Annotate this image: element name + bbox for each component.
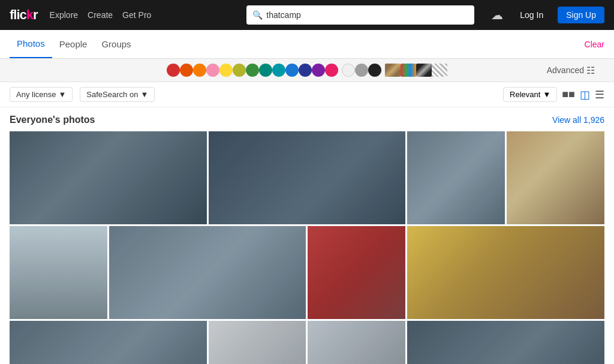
color-navy[interactable] <box>299 64 312 77</box>
photo-item[interactable] <box>308 321 405 364</box>
photo-item[interactable] <box>10 131 207 224</box>
flickr-logo: flickr <box>10 7 38 23</box>
color-pink[interactable] <box>206 64 219 77</box>
color-purple[interactable] <box>312 64 325 77</box>
photo-item[interactable] <box>10 226 107 319</box>
safesearch-label: SafeSearch on <box>86 90 138 99</box>
relevance-filter[interactable]: Relevant ▼ <box>503 87 557 102</box>
texture-colorful[interactable] <box>401 64 416 77</box>
upload-button[interactable]: ☁ <box>491 8 503 22</box>
photo-item[interactable] <box>109 226 306 319</box>
photo-item[interactable] <box>407 321 604 364</box>
color-teal[interactable] <box>259 64 272 77</box>
justified-view-icon[interactable]: ◫ <box>580 88 590 101</box>
list-view-icon[interactable]: ☰ <box>595 88 604 101</box>
tab-people[interactable]: People <box>52 31 95 58</box>
photo-item[interactable] <box>209 321 306 364</box>
search-bar: 🔍 <box>246 5 474 25</box>
advanced-link[interactable]: Advanced ☷ <box>547 65 595 76</box>
right-controls: Relevant ▼ ■■ ◫ ☰ <box>503 87 604 102</box>
create-link[interactable]: Create <box>88 10 113 20</box>
tab-groups[interactable]: Groups <box>94 31 138 58</box>
section-header: Everyone's photos View all 1,926 <box>10 115 604 125</box>
photo-item[interactable] <box>308 226 405 319</box>
color-orange2[interactable] <box>193 64 206 77</box>
getpro-link[interactable]: Get Pro <box>122 10 151 20</box>
color-cyan[interactable] <box>272 64 285 77</box>
tabs-bar: Photos People Groups Clear <box>0 30 614 59</box>
advanced-label: Advanced <box>547 65 584 75</box>
secondary-filter-bar: Any license ▼ SafeSearch on ▼ Relevant ▼… <box>0 82 614 107</box>
color-filter-wrapper: Advanced ☷ <box>10 64 604 77</box>
color-gray[interactable] <box>355 64 368 77</box>
safesearch-chevron-icon: ▼ <box>140 90 148 99</box>
photo-item[interactable] <box>209 131 406 224</box>
license-filter[interactable]: Any license ▼ <box>10 87 73 102</box>
explore-link[interactable]: Explore <box>50 10 78 20</box>
search-input[interactable] <box>266 10 468 20</box>
signup-button[interactable]: Sign Up <box>558 7 604 23</box>
grid-view-icon[interactable]: ■■ <box>562 88 575 101</box>
color-magenta[interactable] <box>325 64 338 77</box>
texture-natural[interactable] <box>385 64 401 77</box>
color-green[interactable] <box>246 64 259 77</box>
photo-grid <box>10 131 604 364</box>
main-nav: Explore Create Get Pro <box>50 10 152 20</box>
content-area: Everyone's photos View all 1,926 <box>0 107 614 364</box>
section-title: Everyone's photos <box>10 115 95 125</box>
safesearch-filter[interactable]: SafeSearch on ▼ <box>80 87 155 102</box>
color-blue[interactable] <box>285 64 299 77</box>
texture-blackandwhite[interactable] <box>416 64 432 77</box>
relevance-chevron-icon: ▼ <box>543 90 550 99</box>
login-link[interactable]: Log In <box>520 10 543 20</box>
texture-shallow[interactable] <box>432 64 447 77</box>
tab-photos[interactable]: Photos <box>10 30 52 58</box>
photo-item[interactable] <box>407 131 505 224</box>
color-olive[interactable] <box>233 64 246 77</box>
photo-item[interactable] <box>10 321 207 364</box>
sliders-icon: ☷ <box>586 65 595 76</box>
search-icon: 🔍 <box>252 10 263 20</box>
license-chevron-icon: ▼ <box>58 90 66 99</box>
view-all-link[interactable]: View all 1,926 <box>552 115 604 125</box>
relevance-label: Relevant <box>510 90 540 99</box>
license-label: Any license <box>16 90 56 99</box>
photo-item[interactable] <box>507 131 604 224</box>
photo-item[interactable] <box>407 226 604 319</box>
color-yellow[interactable] <box>219 64 233 77</box>
clear-link[interactable]: Clear <box>585 40 604 49</box>
header: flickr Explore Create Get Pro 🔍 ☁ Log In… <box>0 0 614 30</box>
color-orange[interactable] <box>180 64 193 77</box>
color-red[interactable] <box>167 64 180 77</box>
color-white[interactable] <box>342 64 355 77</box>
color-black[interactable] <box>368 64 381 77</box>
color-filter-bar: Advanced ☷ <box>0 59 614 82</box>
